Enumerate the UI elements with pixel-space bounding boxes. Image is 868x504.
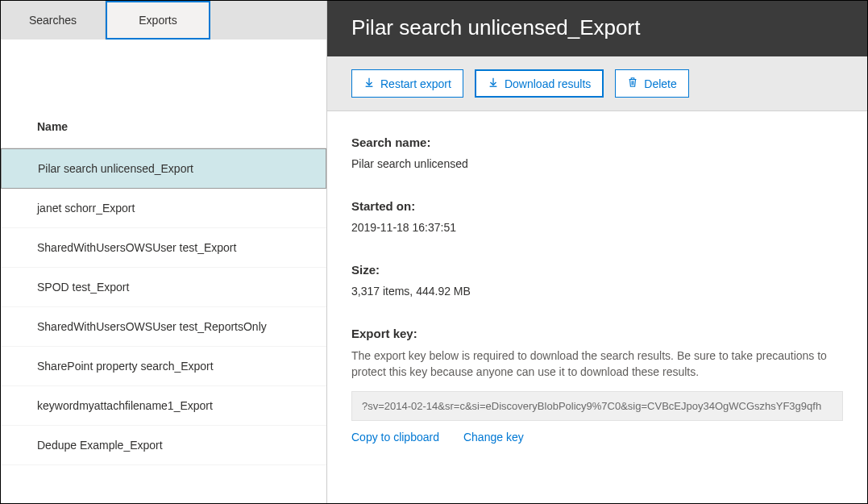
- exports-list: Pilar search unlicensed_Export janet sch…: [1, 148, 326, 465]
- list-item[interactable]: Dedupe Example_Export: [1, 426, 326, 465]
- search-name-value: Pilar search unlicensed: [351, 157, 843, 170]
- trash-icon: [627, 77, 638, 90]
- started-on-label: Started on:: [351, 199, 843, 213]
- download-results-button[interactable]: Download results: [475, 69, 604, 98]
- tab-searches-label: Searches: [29, 14, 77, 27]
- change-key-link[interactable]: Change key: [463, 431, 524, 444]
- delete-button[interactable]: Delete: [615, 69, 688, 98]
- spacer: [1, 40, 326, 112]
- left-pane: Searches Exports Name Pilar search unlic…: [1, 1, 327, 503]
- tab-searches[interactable]: Searches: [1, 1, 106, 40]
- list-item[interactable]: Pilar search unlicensed_Export: [1, 148, 326, 189]
- list-item[interactable]: SharePoint property search_Export: [1, 347, 326, 386]
- restart-export-button[interactable]: Restart export: [351, 69, 463, 98]
- delete-label: Delete: [644, 77, 676, 90]
- started-on-value: 2019-11-18 16:37:51: [351, 221, 843, 234]
- list-item[interactable]: SPOD test_Export: [1, 268, 326, 307]
- page-title: Pilar search unlicensed_Export: [327, 1, 867, 56]
- size-label: Size:: [351, 263, 843, 277]
- list-item[interactable]: SharedWithUsersOWSUser test_Export: [1, 228, 326, 268]
- export-key-label: Export key:: [351, 327, 843, 340]
- details-panel: Search name: Pilar search unlicensed Sta…: [327, 111, 867, 452]
- tab-exports[interactable]: Exports: [106, 1, 210, 40]
- column-header-name[interactable]: Name: [1, 112, 326, 148]
- download-arrow-icon: [488, 77, 499, 90]
- export-key-help: The export key below is required to down…: [351, 348, 843, 380]
- list-item[interactable]: janet schorr_Export: [1, 189, 326, 228]
- export-key-value[interactable]: ?sv=2014-02-14&sr=c&si=eDiscoveryBlobPol…: [351, 391, 843, 421]
- right-pane: Pilar search unlicensed_Export Restart e…: [327, 1, 867, 503]
- tab-exports-label: Exports: [139, 14, 177, 27]
- size-value: 3,317 items, 444.92 MB: [351, 285, 843, 298]
- key-actions: Copy to clipboard Change key: [351, 431, 843, 444]
- list-item[interactable]: keywordmyattachfilename1_Export: [1, 386, 326, 426]
- tabs: Searches Exports: [1, 1, 326, 40]
- copy-to-clipboard-link[interactable]: Copy to clipboard: [351, 431, 439, 444]
- search-name-label: Search name:: [351, 135, 843, 149]
- download-results-label: Download results: [505, 77, 591, 90]
- toolbar: Restart export Download results Delete: [327, 56, 867, 111]
- restart-export-label: Restart export: [380, 77, 451, 90]
- download-arrow-icon: [363, 77, 375, 90]
- list-item[interactable]: SharedWithUsersOWSUser test_ReportsOnly: [1, 307, 326, 347]
